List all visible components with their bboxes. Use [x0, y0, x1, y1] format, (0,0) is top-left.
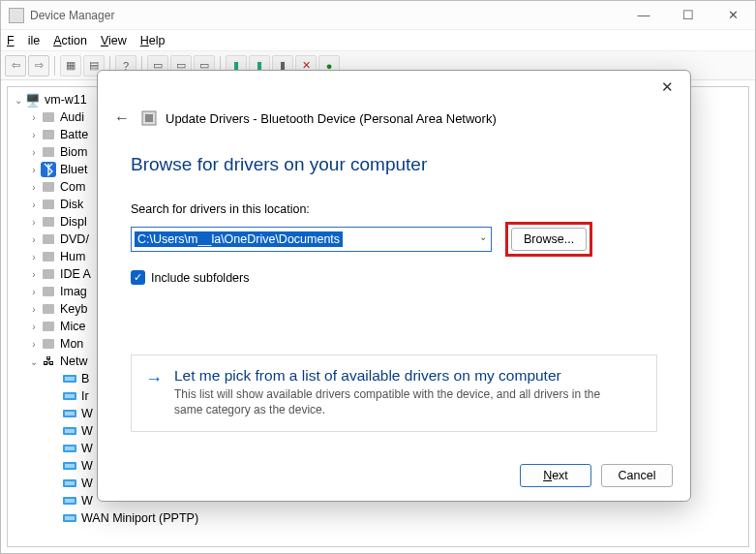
menubar: File Action View Help: [1, 30, 755, 51]
expand-icon[interactable]: ›: [27, 234, 41, 245]
tree-wan-miniport[interactable]: WAN Miniport (PPTP): [8, 509, 748, 527]
svg-rect-23: [65, 446, 75, 450]
path-combobox[interactable]: C:\Users\m__la\OneDrive\Documents ⌄: [131, 227, 492, 252]
tree-item-label: Audi: [60, 110, 84, 124]
tree-item-label: Hum: [60, 250, 85, 263]
tree-item-label: W: [81, 459, 93, 473]
device-icon: [41, 109, 56, 125]
device-icon: [41, 249, 56, 264]
expand-icon[interactable]: ›: [27, 252, 41, 262]
expand-icon[interactable]: ›: [27, 304, 41, 315]
svg-rect-5: [43, 200, 54, 209]
tree-item-label: B: [81, 372, 89, 385]
next-button[interactable]: Next: [520, 464, 591, 487]
svg-rect-1: [43, 130, 54, 139]
dialog-heading: Browse for drivers on your computer: [131, 154, 657, 175]
minimize-button[interactable]: —: [621, 1, 666, 30]
svg-rect-21: [65, 429, 75, 433]
computer-icon: 🖥️: [25, 92, 41, 108]
expand-icon[interactable]: ›: [27, 112, 41, 123]
forward-button[interactable]: ⇨: [28, 55, 49, 77]
svg-rect-10: [43, 287, 54, 296]
menu-action[interactable]: Action: [53, 34, 87, 47]
tree-item-label: Ir: [81, 389, 89, 403]
checkbox-checked-icon[interactable]: ✓: [131, 270, 145, 285]
device-icon: [41, 231, 56, 247]
adapter-icon: [62, 458, 77, 474]
dialog-back-button[interactable]: ←: [109, 106, 135, 131]
maximize-button[interactable]: ☐: [666, 1, 711, 30]
tree-item-label: W: [81, 442, 93, 455]
app-icon: [9, 8, 24, 23]
expand-icon[interactable]: ›: [27, 147, 41, 158]
svg-rect-25: [65, 464, 75, 468]
adapter-icon: [62, 423, 77, 439]
expand-icon[interactable]: ›: [27, 182, 41, 193]
expand-icon[interactable]: ›: [27, 130, 41, 140]
device-icon: [41, 319, 56, 334]
tree-item-label: Disk: [60, 198, 83, 211]
tree-item-label: Biom: [60, 145, 87, 159]
adapter-icon: [62, 510, 77, 526]
tree-item-label: Com: [60, 180, 85, 194]
expand-icon[interactable]: ›: [27, 165, 41, 175]
svg-rect-12: [43, 322, 54, 331]
dialog-close-button[interactable]: ✕: [653, 74, 680, 101]
browse-highlight: Browse...: [505, 222, 592, 257]
include-subfolders-label: Include subfolders: [151, 271, 249, 285]
dialog-title: Update Drivers - Bluetooth Device (Perso…: [166, 111, 497, 126]
tree-item-label: Displ: [60, 215, 87, 229]
adapter-icon: [62, 388, 77, 404]
svg-rect-6: [43, 217, 54, 227]
expand-icon[interactable]: ›: [27, 200, 41, 210]
menu-help[interactable]: Help: [140, 34, 166, 47]
tree-item-label: Imag: [60, 285, 87, 298]
device-icon: [41, 336, 56, 352]
toolbar-btn-1[interactable]: ▦: [60, 55, 81, 77]
svg-rect-19: [65, 412, 75, 416]
expand-icon[interactable]: ⌄: [12, 95, 25, 106]
chevron-down-icon[interactable]: ⌄: [479, 231, 487, 242]
svg-rect-13: [43, 339, 54, 349]
device-icon: [41, 301, 56, 317]
expand-icon[interactable]: ›: [27, 217, 41, 228]
device-icon: [41, 162, 56, 177]
pick-title: Let me pick from a list of available dri…: [174, 367, 629, 385]
adapter-icon: [62, 406, 77, 421]
expand-icon[interactable]: ›: [27, 269, 41, 280]
svg-rect-9: [43, 269, 54, 279]
device-icon: [41, 284, 56, 299]
cancel-button[interactable]: Cancel: [601, 464, 673, 487]
menu-file[interactable]: File: [7, 34, 40, 47]
expand-icon[interactable]: ›: [27, 287, 41, 297]
svg-rect-29: [65, 499, 75, 503]
expand-icon[interactable]: ›: [27, 339, 41, 350]
tree-item-label: Mon: [60, 337, 83, 351]
tree-item-label: WAN Miniport (PPTP): [81, 511, 198, 525]
include-subfolders-row[interactable]: ✓ Include subfolders: [131, 270, 657, 285]
tree-item-label: DVD/: [60, 232, 89, 246]
tree-item-label: W: [81, 407, 93, 420]
dialog-header: ← Update Drivers - Bluetooth Device (Per…: [98, 104, 690, 140]
svg-rect-27: [65, 481, 75, 485]
pick-from-list-option[interactable]: → Let me pick from a list of available d…: [131, 354, 657, 432]
driver-icon: [140, 109, 158, 127]
svg-rect-17: [65, 394, 75, 398]
close-button[interactable]: ✕: [711, 1, 755, 30]
device-icon: [41, 179, 56, 195]
menu-view[interactable]: View: [101, 34, 127, 47]
adapter-icon: [62, 371, 77, 386]
titlebar: Device Manager — ☐ ✕: [1, 1, 755, 30]
device-icon: [41, 266, 56, 282]
tree-item-label: IDE A: [60, 267, 91, 281]
expand-icon[interactable]: ⌄: [27, 356, 41, 367]
arrow-right-icon: →: [145, 367, 163, 417]
svg-rect-0: [43, 112, 54, 122]
back-button[interactable]: ⇦: [5, 55, 26, 77]
browse-button[interactable]: Browse...: [511, 228, 587, 251]
network-icon: 🖧: [41, 354, 56, 369]
expand-icon[interactable]: ›: [27, 322, 41, 332]
window-title: Device Manager: [30, 9, 621, 22]
tree-root-label: vm-w11: [45, 93, 87, 107]
device-icon: [41, 127, 56, 142]
